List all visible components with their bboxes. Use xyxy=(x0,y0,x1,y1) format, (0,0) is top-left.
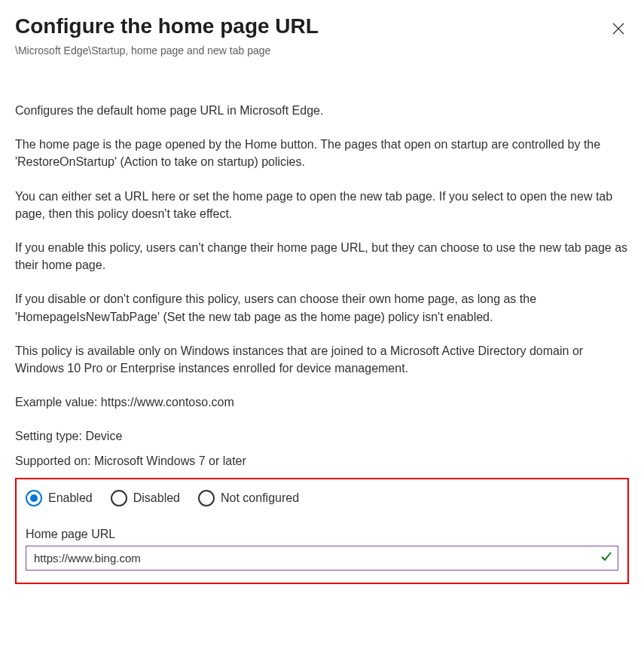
configuration-section: Enabled Disabled Not configured Home pag… xyxy=(15,478,629,584)
radio-label: Enabled xyxy=(48,491,93,505)
description-paragraph: Configures the default home page URL in … xyxy=(15,102,629,119)
setting-type: Setting type: Device xyxy=(15,427,629,445)
description-paragraph: The home page is the page opened by the … xyxy=(15,136,629,170)
radio-group: Enabled Disabled Not configured xyxy=(26,490,618,506)
description-paragraph: This policy is available only on Windows… xyxy=(15,342,629,377)
radio-disabled[interactable]: Disabled xyxy=(111,490,180,506)
description-block: Configures the default home page URL in … xyxy=(15,102,629,470)
page-title: Configure the home page URL xyxy=(15,14,319,39)
radio-label: Disabled xyxy=(133,491,180,505)
close-icon xyxy=(612,26,624,37)
description-paragraph: If you enable this policy, users can't c… xyxy=(15,239,629,274)
example-value: Example value: https://www.contoso.com xyxy=(15,393,629,411)
radio-label: Not configured xyxy=(221,491,299,505)
breadcrumb: \Microsoft Edge\Startup, home page and n… xyxy=(15,44,629,57)
radio-not-configured[interactable]: Not configured xyxy=(198,490,299,506)
close-button[interactable] xyxy=(608,18,629,41)
description-paragraph: If you disable or don't configure this p… xyxy=(15,290,629,325)
home-page-url-input[interactable] xyxy=(26,546,618,571)
description-paragraph: You can either set a URL here or set the… xyxy=(15,188,629,222)
radio-indicator-icon xyxy=(26,490,42,506)
radio-indicator-icon xyxy=(111,490,127,506)
supported-on: Supported on: Microsoft Windows 7 or lat… xyxy=(15,452,629,470)
radio-indicator-icon xyxy=(198,490,215,506)
radio-enabled[interactable]: Enabled xyxy=(26,490,93,506)
home-page-url-label: Home page URL xyxy=(26,528,618,541)
